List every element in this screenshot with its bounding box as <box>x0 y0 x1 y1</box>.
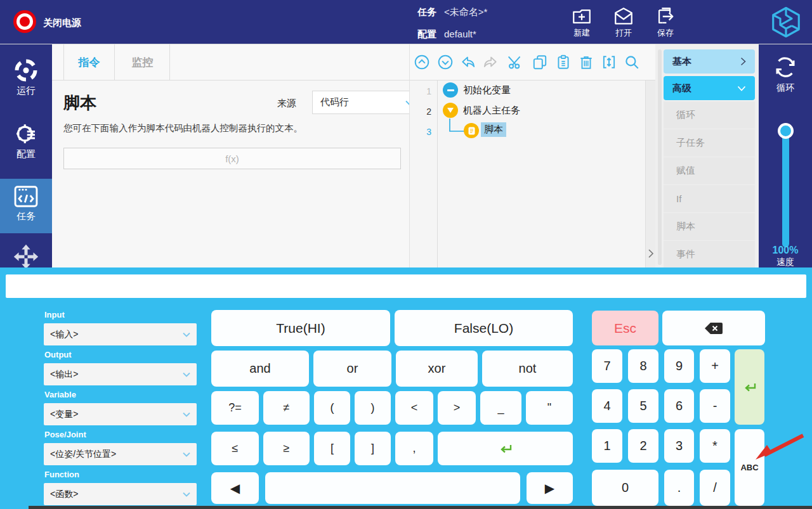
palette-group-basic-label: 基本 <box>672 56 691 68</box>
palette-item-loop[interactable]: 循环 <box>664 101 755 129</box>
tree-row-num: 2 <box>415 106 431 117</box>
open-task-button[interactable]: 打开 <box>606 6 641 39</box>
key-esc[interactable]: Esc <box>592 311 658 345</box>
key-not-equal[interactable]: ≠ <box>263 391 310 425</box>
redo-icon[interactable] <box>482 54 499 70</box>
key-comma[interactable]: , <box>395 432 433 465</box>
chevron-down-icon <box>183 332 190 337</box>
variable-select[interactable]: <变量> <box>44 403 197 425</box>
copy-icon[interactable] <box>532 54 548 70</box>
palette-item-event[interactable]: 事件 <box>664 241 755 268</box>
cut-icon[interactable] <box>507 54 523 70</box>
expand-panel-chevron-icon[interactable] <box>648 248 654 259</box>
key-7[interactable]: 7 <box>592 349 622 383</box>
sidebar-item-task[interactable]: 任务 <box>0 179 52 233</box>
key-cursor-left[interactable]: ◀ <box>211 472 259 504</box>
speed-slider-track[interactable] <box>782 126 789 247</box>
tree-row-selected[interactable]: 脚本 <box>481 122 506 137</box>
key-backspace[interactable] <box>662 311 765 345</box>
source-select[interactable]: 代码行 <box>312 91 420 114</box>
open-task-label: 打开 <box>606 27 641 39</box>
key-false-lo[interactable]: False(LO) <box>395 310 573 346</box>
pose-joint-select[interactable]: <位姿/关节位置> <box>44 443 197 465</box>
tree-row-label[interactable]: 机器人主任务 <box>463 105 520 117</box>
palette-group-basic[interactable]: 基本 <box>664 49 755 74</box>
search-icon[interactable] <box>624 54 640 70</box>
input-select[interactable]: <输入> <box>44 323 197 345</box>
speed-slider-knob[interactable] <box>778 123 794 139</box>
key-cursor-right[interactable]: ▶ <box>527 472 573 504</box>
function-field-label: Function <box>44 470 79 479</box>
script-node-icon[interactable] <box>464 123 479 138</box>
palette-item-if[interactable]: If <box>664 185 755 212</box>
key-0[interactable]: 0 <box>592 470 658 506</box>
palette-group-advanced-label: 高级 <box>672 82 691 94</box>
key-minus[interactable]: - <box>700 389 730 423</box>
main-task-node-icon[interactable] <box>443 103 458 118</box>
key-and[interactable]: and <box>211 351 309 387</box>
suppress-icon[interactable] <box>601 54 617 70</box>
expression-input[interactable]: f(x) <box>63 148 401 169</box>
tree-row-num: 1 <box>415 86 431 96</box>
save-task-icon <box>655 6 676 27</box>
sidebar-item-run[interactable]: 运行 <box>0 56 52 106</box>
tree-row-label[interactable]: 初始化变量 <box>463 84 511 96</box>
output-select[interactable]: <输出> <box>44 363 197 385</box>
delete-icon[interactable] <box>578 54 594 70</box>
key-9[interactable]: 9 <box>664 349 694 383</box>
paste-icon[interactable] <box>555 54 572 70</box>
key-greater-equal[interactable]: ≥ <box>263 432 310 465</box>
key-greater-than[interactable]: > <box>438 391 476 425</box>
key-quote[interactable]: " <box>526 391 573 425</box>
key-bracket-close[interactable]: ] <box>355 432 391 465</box>
palette-scrollbar[interactable] <box>658 49 662 265</box>
loop-mode-icon[interactable] <box>772 54 799 81</box>
key-1[interactable]: 1 <box>592 429 622 463</box>
key-true-hi[interactable]: True(HI) <box>211 310 390 346</box>
key-5[interactable]: 5 <box>628 389 658 423</box>
power-icon <box>11 8 38 35</box>
key-dot[interactable]: . <box>664 470 694 506</box>
palette-group-advanced[interactable]: 高级 <box>664 76 755 100</box>
key-or[interactable]: or <box>313 351 391 387</box>
key-xor[interactable]: xor <box>396 351 478 387</box>
save-task-button[interactable]: 保存 <box>648 6 683 39</box>
key-bracket-open[interactable]: [ <box>314 432 350 465</box>
key-numpad-enter[interactable] <box>735 349 764 425</box>
key-assign-compare[interactable]: ?= <box>211 391 259 425</box>
function-select[interactable]: <函数> <box>44 483 197 505</box>
key-4[interactable]: 4 <box>592 389 622 423</box>
key-3[interactable]: 3 <box>664 429 694 463</box>
key-slash[interactable]: / <box>700 470 730 506</box>
palette-item-script[interactable]: 脚本 <box>664 213 755 240</box>
power-button[interactable] <box>11 8 38 35</box>
key-not[interactable]: not <box>482 351 573 387</box>
keyboard-text-input[interactable] <box>6 274 806 298</box>
tab-instruction[interactable]: 指令 <box>63 44 115 81</box>
key-asterisk[interactable]: * <box>700 429 730 463</box>
palette-item-assign[interactable]: 赋值 <box>664 157 755 184</box>
key-less-than[interactable]: < <box>395 391 433 425</box>
palette-item-subtask[interactable]: 子任务 <box>664 129 755 157</box>
input-field-label: Input <box>44 310 65 319</box>
undo-icon[interactable] <box>460 54 476 70</box>
key-8[interactable]: 8 <box>628 349 658 383</box>
new-task-button[interactable]: 新建 <box>564 6 599 39</box>
expand-all-icon[interactable] <box>437 54 454 70</box>
key-underscore[interactable]: _ <box>480 391 521 425</box>
tree-panel-gutter <box>645 81 655 267</box>
key-paren-open[interactable]: ( <box>314 391 350 425</box>
instruction-panel: 脚本 来源 代码行 您可在下面输入作为脚本代码由机器人控制器执行的文本。 f(x… <box>52 81 409 267</box>
collapse-all-icon[interactable] <box>414 54 430 70</box>
key-6[interactable]: 6 <box>664 389 694 423</box>
power-label[interactable]: 关闭电源 <box>43 17 81 29</box>
key-less-equal[interactable]: ≤ <box>211 432 259 465</box>
sidebar-item-configure[interactable]: 配置 <box>0 119 52 170</box>
key-paren-close[interactable]: ) <box>355 391 391 425</box>
key-space[interactable] <box>265 472 520 504</box>
key-plus[interactable]: + <box>700 349 730 383</box>
tab-monitor[interactable]: 监控 <box>115 44 170 81</box>
init-variables-node-icon[interactable] <box>443 82 458 98</box>
key-2[interactable]: 2 <box>628 429 658 463</box>
key-enter[interactable] <box>438 432 573 465</box>
